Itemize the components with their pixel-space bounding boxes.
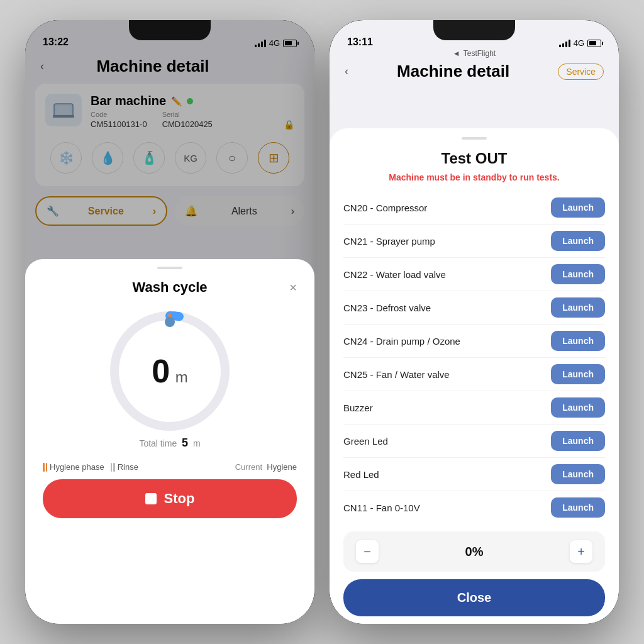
total-time-unit: m (193, 438, 201, 448)
total-time: Total time 5 m (139, 436, 200, 450)
test-item-name: CN22 - Water load valve (343, 269, 446, 280)
center-value: 0 m (152, 352, 187, 390)
standby-warning: Machine must be in standby to run tests. (343, 172, 605, 182)
wash-cycle-title: Wash cycle (60, 279, 279, 296)
wash-cycle-overlay: Wash cycle × 0 (25, 20, 314, 624)
pct-control: − 0% + (343, 531, 605, 572)
test-row: Red Led Launch (343, 458, 605, 491)
test-row: Buzzer Launch (343, 391, 605, 425)
minus-button[interactable]: − (356, 540, 379, 563)
nav-header-right: ‹ Machine detail Service (330, 59, 619, 89)
test-item-name: CN21 - Sprayer pump (343, 236, 435, 247)
current-phase: Current Hygiene (235, 462, 297, 472)
progress-circle: 0 m Total time 5 m (43, 308, 297, 450)
stop-button[interactable]: Stop (43, 479, 297, 518)
launch-button-5[interactable]: Launch (551, 364, 605, 384)
plus-button[interactable]: + (570, 540, 592, 563)
close-x-button[interactable]: × (279, 280, 297, 295)
test-row: CN21 - Sprayer pump Launch (343, 225, 605, 258)
phone-left: 13:22 4G ‹ (25, 20, 314, 624)
cycle-unit: m (175, 369, 188, 386)
total-time-value: 5 (182, 436, 188, 449)
test-row: CN11 - Fan 0-10V Launch (343, 491, 605, 524)
launch-button-0[interactable]: Launch (551, 197, 605, 218)
phone-right: 13:11 4G (330, 20, 619, 624)
signal-icon-right (559, 40, 570, 47)
launch-button-2[interactable]: Launch (551, 264, 605, 284)
ring-dot (165, 317, 175, 327)
current-label: Current (235, 462, 262, 472)
cycle-value: 0 (152, 353, 170, 389)
launch-button-1[interactable]: Launch (551, 231, 605, 251)
battery-icon-right (587, 40, 601, 47)
stop-label: Stop (164, 491, 195, 507)
launch-button-6[interactable]: Launch (551, 397, 605, 418)
launch-button-8[interactable]: Launch (551, 464, 605, 484)
test-out-title: Test OUT (343, 150, 605, 167)
back-button-right[interactable]: ‹ (345, 65, 348, 78)
test-item-name: Green Led (343, 436, 388, 447)
test-item-name: Red Led (343, 469, 379, 480)
test-row: CN24 - Drain pump / Ozone Launch (343, 325, 605, 358)
test-item-name: CN11 - Fan 0-10V (343, 502, 420, 513)
network-label-right: 4G (574, 38, 584, 48)
phase1-label: Hygiene phase (50, 462, 104, 472)
hygiene-phase: Hygiene phase (43, 462, 104, 472)
test-out-sheet: Test OUT Machine must be in standby to r… (330, 128, 619, 624)
total-time-label: Total time (139, 438, 177, 448)
status-icons-right: 4G (559, 38, 601, 48)
back-chevron-right: ‹ (345, 65, 348, 78)
stop-icon (145, 493, 157, 504)
launch-button-4[interactable]: Launch (551, 331, 605, 351)
test-item-name: Buzzer (343, 402, 373, 413)
test-row: CN25 - Fan / Water valve Launch (343, 358, 605, 391)
launch-button-7[interactable]: Launch (551, 431, 605, 451)
time-right: 13:11 (347, 36, 373, 48)
notch-right (433, 20, 515, 40)
page-title-right: Machine detail (397, 62, 509, 81)
rinse-phase: Rinse (111, 462, 138, 472)
sheet-handle-right (462, 137, 487, 140)
test-row: CN22 - Water load valve Launch (343, 258, 605, 291)
launch-button-9[interactable]: Launch (551, 497, 605, 518)
test-item-name: CN23 - Defrost valve (343, 303, 431, 313)
current-value: Hygiene (267, 462, 297, 472)
pct-value: 0% (465, 545, 484, 559)
close-button[interactable]: Close (343, 579, 605, 616)
launch-button-3[interactable]: Launch (551, 297, 605, 318)
test-items-list: CN20 - Compressor Launch CN21 - Sprayer … (343, 191, 605, 524)
service-badge[interactable]: Service (558, 64, 604, 80)
sheet-header: Wash cycle × (43, 279, 297, 296)
test-item-name: CN24 - Drain pump / Ozone (343, 336, 460, 347)
test-item-name: CN20 - Compressor (343, 203, 427, 213)
test-item-name: CN25 - Fan / Water valve (343, 369, 450, 380)
test-row: CN20 - Compressor Launch (343, 191, 605, 225)
test-row: Green Led Launch (343, 425, 605, 458)
wash-cycle-sheet: Wash cycle × 0 (25, 259, 314, 624)
phase-row: Hygiene phase Rinse Current (43, 462, 297, 472)
phase2-label: Rinse (118, 462, 138, 472)
sheet-handle (157, 267, 182, 269)
test-row: CN23 - Defrost valve Launch (343, 291, 605, 325)
